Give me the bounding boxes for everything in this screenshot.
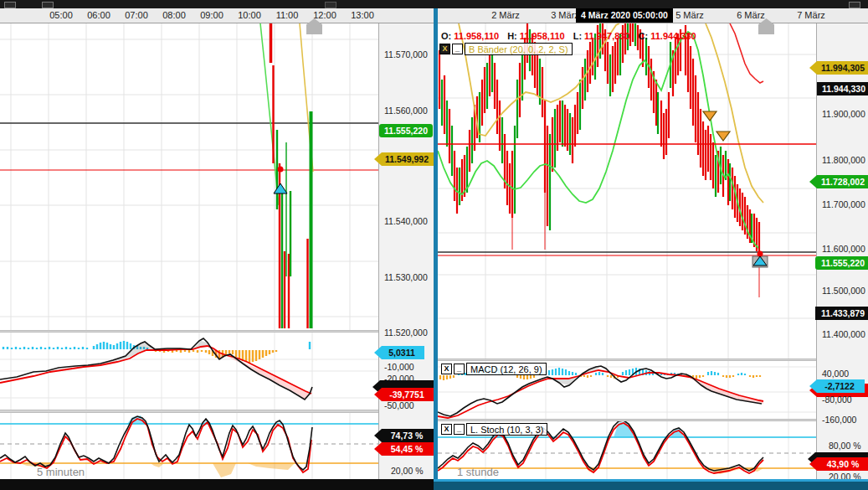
macd-chart-5min[interactable] (0, 333, 378, 410)
date-tick: 6 März (726, 10, 776, 20)
price-tick: 11.600,000 (822, 244, 865, 255)
low-price-badge: 11.433,879 (815, 307, 868, 320)
price-tick: 11.700,000 (822, 199, 865, 211)
toolbar-icon[interactable] (325, 2, 336, 8)
price-tick: 11.800,000 (822, 155, 865, 167)
stoch-oversold-fill (248, 463, 295, 470)
macd-indicator-header: X _ MACD (12, 26, 9) (441, 363, 547, 375)
stoch-d-badge: 54,45 % (374, 442, 434, 456)
stoch-k-badge: 74,73 % (374, 429, 434, 442)
interval-label-1h: 1 stunde (457, 466, 499, 478)
crosshair-date-tooltip: 4 März 2020 05:00:00 (576, 8, 673, 23)
price-chart-1h[interactable] (438, 23, 816, 358)
interval-label-5min: 5 minuten (37, 466, 85, 478)
price-tick: 11.500,000 (822, 286, 865, 297)
price-tick: 11.540,000 (384, 216, 428, 228)
band-mid-badge: 11.728,002 (809, 175, 868, 188)
toolbar-icon[interactable] (42, 2, 54, 8)
top-toolbar[interactable] (0, 0, 868, 8)
time-axis-5min[interactable]: 05:00 06:00 07:00 08:00 09:00 10:00 11:0… (0, 8, 434, 23)
stoch-oversold-fill (213, 463, 236, 477)
candles-up (277, 111, 311, 328)
stoch-indicator-header: X _ L. Stoch (10, 3, 3) (441, 423, 547, 436)
price-axis-1h[interactable]: 11.900,000 11.800,000 11.700,000 11.600,… (816, 23, 868, 479)
macd-signal-line (438, 370, 763, 418)
price-tick: 11.400,000 (822, 329, 865, 341)
macd-tick: -10,000 (384, 362, 414, 374)
stoch-label[interactable]: L. Stoch (10, 3, 3) (466, 423, 547, 436)
ohlc-readout: O: 11.958,110H: 11.958,110L: 11.947,830C… (441, 31, 705, 41)
price-tick: 11.560,000 (384, 106, 428, 117)
price-tick: 11.900,000 (822, 109, 865, 121)
minimize-indicator-button[interactable]: _ (452, 44, 463, 54)
macd-tick: -80,000 (822, 395, 852, 406)
stoch-tick: 20,00 % (391, 466, 424, 477)
date-tick: 2 März (480, 10, 531, 20)
minimize-indicator-button[interactable]: _ (454, 424, 465, 435)
macd-tick: -160,000 (822, 415, 856, 426)
macd-line (0, 338, 312, 400)
alarm-dot-icon (278, 167, 284, 173)
bbands-indicator-header: X _ B Bänder (20, 0, 2, 2, S) (439, 43, 573, 55)
close-price-badge: 11.944,330 (817, 82, 868, 95)
chart-panel-5min: 05:00 06:00 07:00 08:00 09:00 10:00 11:0… (0, 8, 434, 490)
macd-histogram-positive (3, 341, 310, 349)
price-chart-5min[interactable] (0, 23, 378, 330)
toolbar-icon[interactable] (4, 2, 16, 8)
gridlines (0, 23, 378, 330)
trading-app-window: 05:00 06:00 07:00 08:00 09:00 10:00 11:0… (0, 0, 868, 490)
close-indicator-button[interactable]: X (439, 44, 450, 54)
time-tick: 13:00 (337, 10, 388, 20)
bottom-scroll-strip[interactable] (434, 479, 868, 490)
macd-histogram-negative (440, 375, 760, 380)
date-tick: 7 März (786, 10, 836, 20)
band-upper-badge: 11.994,305 (809, 61, 868, 75)
stoch-tick: 80,00 % (829, 441, 861, 452)
bbands-label[interactable]: B Bänder (20, 0, 2, 2, S) (465, 43, 573, 55)
sell-signal-triangle-icon (703, 111, 716, 121)
level-price-badge: 11.555,220 (815, 256, 868, 270)
toolbar-icon[interactable] (849, 2, 860, 8)
minimize-indicator-button[interactable]: _ (454, 364, 465, 374)
price-tick: 11.570,000 (384, 49, 428, 61)
close-indicator-button[interactable]: X (441, 424, 452, 435)
buy-signal-triangle-icon (274, 183, 287, 193)
price-tick: 11.530,000 (384, 272, 428, 284)
price-tick: 11.520,000 (384, 328, 428, 339)
level-price-badge: 11.555,220 (379, 124, 433, 137)
macd-signal-badge: -39,7751 (374, 388, 434, 401)
macd-tick: 40,000 (822, 369, 849, 380)
macd-hist-badge: -2,7122 (809, 379, 865, 393)
stoch-d-badge: 43,90 % (809, 457, 868, 471)
bottom-scroll-strip[interactable] (0, 479, 434, 490)
chart-panel-1h: 2 März 3 März 5 März 6 März 7 März 4 Mär… (434, 8, 868, 490)
indicator-price-badge: 11.549,992 (374, 152, 434, 166)
price-axis-5min[interactable]: 11.570,000 11.560,000 11.540,000 11.530,… (378, 23, 434, 479)
close-indicator-button[interactable]: X (441, 364, 452, 374)
macd-label[interactable]: MACD (12, 26, 9) (466, 363, 547, 375)
macd-signal-line (0, 346, 311, 394)
macd-hist-badge: 5,0311 (374, 346, 424, 359)
macd-tick: -50,000 (384, 400, 414, 412)
